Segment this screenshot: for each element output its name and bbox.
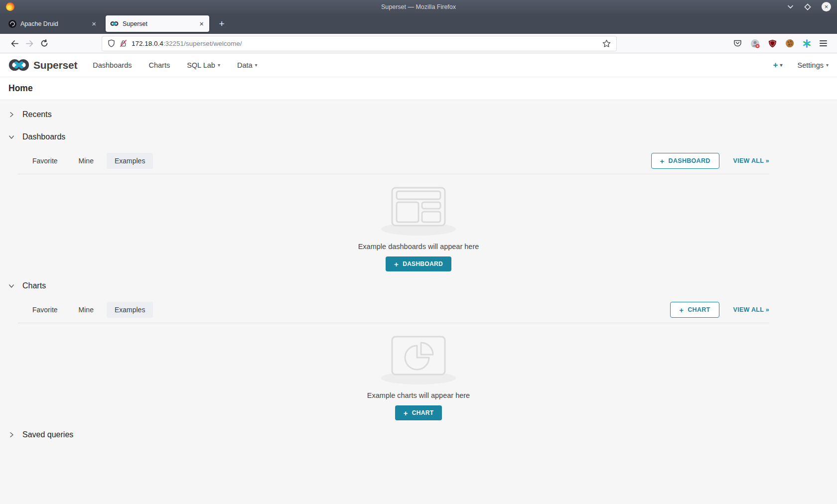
menu-icon[interactable] [820,40,827,46]
privacy-extension-icon[interactable] [750,39,760,48]
plus-icon: + [679,306,684,314]
empty-state-text: Example dashboards will appear here [358,243,479,251]
toolbar-extensions [733,39,830,48]
tab-close-icon[interactable]: × [91,19,97,28]
url-bar[interactable]: 172.18.0.4:32251/superset/welcome/ [102,36,617,51]
browser-tab-bar: Apache Druid × Superset × + [0,13,837,34]
browser-toolbar: 172.18.0.4:32251/superset/welcome/ [0,34,837,53]
charts-submenu: Favorite Mine Examples +CHART VIEW ALL » [18,297,769,323]
minimize-icon[interactable] [787,4,794,9]
firefox-window: Superset — Mozilla Firefox × Apache Drui… [0,0,837,504]
tab-label: Apache Druid [20,20,58,27]
tab-favorite[interactable]: Favorite [24,302,66,318]
tab-mine[interactable]: Mine [71,302,102,318]
superset-favicon [110,21,119,26]
chevron-down-icon [8,283,14,289]
window-title: Superset — Mozilla Firefox [0,3,837,10]
pocket-icon[interactable] [733,39,742,47]
insecure-lock-icon[interactable] [120,39,127,47]
tab-mine[interactable]: Mine [71,153,102,169]
section-label: Recents [22,110,52,119]
superset-infinity-icon [8,59,29,71]
reload-icon[interactable] [37,39,52,47]
chevron-right-icon [8,432,14,438]
charts-empty-state: Example charts will appear here +CHART [0,323,837,423]
dashboards-empty-state: Example dashboards will appear here +DAS… [0,174,837,274]
create-chart-button[interactable]: +CHART [395,405,442,420]
maximize-icon[interactable] [804,3,811,10]
bookmark-star-icon[interactable] [602,39,611,47]
tab-favorite[interactable]: Favorite [24,153,66,169]
new-tab-button[interactable]: + [215,18,228,29]
nav-dashboards[interactable]: Dashboards [84,61,140,69]
brand-name: Superset [33,59,77,71]
section-saved-queries[interactable]: Saved queries [0,423,837,446]
tab-superset[interactable]: Superset × [106,15,209,32]
tab-examples[interactable]: Examples [107,302,153,318]
nav-sql-lab[interactable]: SQL Lab▾ [178,61,229,69]
plus-icon: + [404,409,408,417]
chevron-down-icon [8,134,14,140]
section-charts[interactable]: Charts [0,274,837,297]
cookie-extension-icon[interactable] [785,39,794,48]
chevron-down-icon: ▾ [826,62,829,68]
section-dashboards[interactable]: Dashboards [0,126,837,148]
tab-examples[interactable]: Examples [107,153,153,169]
asterisk-extension-icon[interactable] [803,39,811,48]
chart-empty-illustration-icon [391,336,446,376]
back-icon[interactable] [7,40,22,47]
apache-druid-favicon [8,20,16,28]
add-dashboard-button[interactable]: +DASHBOARD [651,153,719,169]
chevron-down-icon: ▾ [255,62,258,68]
window-titlebar: Superset — Mozilla Firefox × [0,0,837,13]
section-label: Dashboards [22,132,65,141]
dashboards-filter-tabs: Favorite Mine Examples [24,153,153,169]
page-title: Home [8,83,829,94]
nav-charts[interactable]: Charts [140,61,178,69]
superset-navbar: Superset Dashboards Charts SQL Lab▾ Data… [0,53,837,77]
ublock-origin-icon[interactable] [768,39,777,48]
section-recents[interactable]: Recents [0,103,837,126]
home-content: Recents Dashboards Favorite Mine Example… [0,100,837,504]
url-path: :32251/superset/welcome/ [163,40,242,47]
tab-close-icon[interactable]: × [198,19,205,28]
plus-icon: + [773,60,778,70]
chevron-right-icon [8,112,14,118]
page-header: Home [0,77,837,100]
firefox-logo-icon [6,2,14,11]
empty-state-text: Example charts will appear here [367,391,470,399]
chevron-down-icon: ▾ [780,62,783,68]
superset-logo[interactable]: Superset [8,59,77,71]
section-label: Charts [22,281,46,290]
charts-filter-tabs: Favorite Mine Examples [24,302,153,318]
settings-menu[interactable]: Settings▾ [798,61,829,69]
window-controls: × [787,2,831,11]
tab-apache-druid[interactable]: Apache Druid × [4,15,102,32]
plus-icon: + [394,260,399,268]
navbar-right: +▾ Settings▾ [773,60,829,70]
plus-icon: + [660,157,665,165]
dashboards-submenu: Favorite Mine Examples +DASHBOARD VIEW A… [18,148,769,174]
nav-data[interactable]: Data▾ [229,61,266,69]
close-icon[interactable]: × [822,2,831,11]
shield-icon[interactable] [108,39,115,47]
new-item-menu[interactable]: +▾ [773,60,783,70]
main-nav: Dashboards Charts SQL Lab▾ Data▾ [84,61,266,69]
url-host: 172.18.0.4 [132,40,163,47]
view-all-dashboards-link[interactable]: VIEW ALL » [733,157,769,164]
add-chart-button[interactable]: +CHART [670,302,719,318]
url-text: 172.18.0.4:32251/superset/welcome/ [132,40,242,47]
tab-label: Superset [123,20,147,27]
chevron-down-icon: ▾ [218,62,220,68]
forward-icon[interactable] [22,40,37,47]
create-dashboard-button[interactable]: +DASHBOARD [386,256,451,271]
dashboard-empty-illustration-icon [391,187,446,227]
view-all-charts-link[interactable]: VIEW ALL » [733,306,769,313]
section-label: Saved queries [22,430,73,439]
